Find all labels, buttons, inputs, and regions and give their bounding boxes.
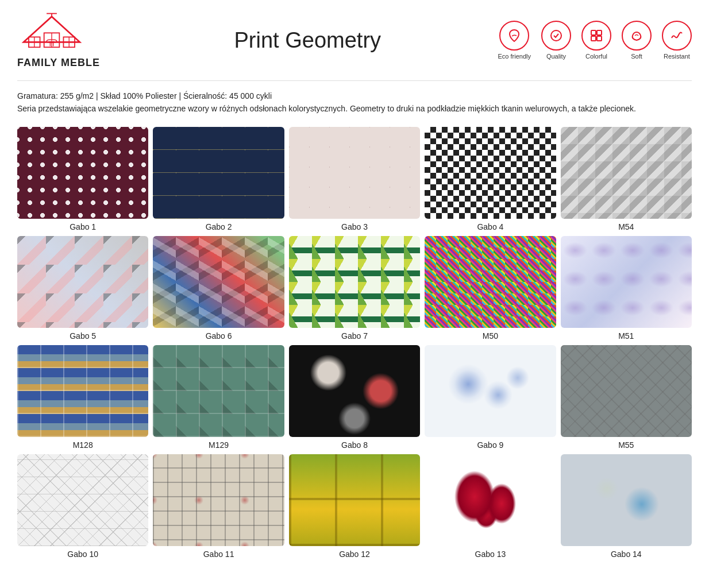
badge-colorful: Colorful: [581, 21, 611, 60]
fabric-swatch-gabo12: [289, 454, 420, 546]
divider: [17, 80, 692, 81]
fabric-swatch-gabo1: [17, 127, 148, 219]
fabric-name-gabo14: Gabo 14: [611, 550, 642, 559]
fabric-grid: Gabo 1Gabo 2Gabo 3Gabo 4M54Gabo 5Gabo 6G…: [17, 127, 692, 559]
fabric-item-m129[interactable]: M129: [153, 345, 284, 450]
fabric-swatch-gabo7: [289, 236, 420, 328]
fabric-item-gabo13[interactable]: Gabo 13: [425, 454, 556, 559]
fabric-item-m54[interactable]: M54: [561, 127, 692, 231]
description-line2: Seria przedstawiająca wszelakie geometry…: [17, 102, 692, 115]
badge-circle-resistant: [662, 21, 692, 51]
badge-quality: Quality: [541, 21, 571, 60]
fabric-name-gabo6: Gabo 6: [206, 331, 232, 341]
svg-rect-18: [597, 36, 602, 41]
badge-soft: Soft: [622, 21, 652, 60]
logo-icon: [17, 11, 86, 60]
fabric-item-gabo4[interactable]: Gabo 4: [425, 127, 556, 231]
badge-label-resistant: Resistant: [664, 53, 690, 60]
badges: Eco friendly Quality: [498, 21, 692, 60]
page-title: Print Geometry: [117, 28, 498, 53]
fabric-swatch-gabo9: [425, 345, 556, 437]
badge-label-eco: Eco friendly: [498, 53, 531, 60]
fabric-name-gabo11: Gabo 11: [203, 550, 234, 559]
fabric-name-gabo5: Gabo 5: [70, 331, 96, 341]
fabric-swatch-m128: [17, 345, 148, 437]
fabric-item-m55[interactable]: M55: [561, 345, 692, 450]
header: FAMILY MEBLE Print Geometry Eco friendly: [17, 11, 692, 69]
fabric-item-gabo8[interactable]: Gabo 8: [289, 345, 420, 450]
fabric-name-gabo8: Gabo 8: [341, 440, 368, 450]
svg-point-14: [551, 30, 561, 41]
badge-resistant: Resistant: [662, 21, 692, 60]
fabric-item-gabo7[interactable]: Gabo 7: [289, 236, 420, 341]
badge-circle-quality: [541, 21, 571, 51]
fabric-name-m51: M51: [618, 331, 634, 341]
fabric-name-gabo1: Gabo 1: [70, 222, 96, 231]
description: Gramatura: 255 g/m2 | Skład 100% Poliest…: [17, 90, 692, 115]
fabric-item-m50[interactable]: M50: [425, 236, 556, 341]
svg-rect-17: [591, 36, 596, 41]
fabric-swatch-gabo6: [153, 236, 284, 328]
fabric-item-gabo1[interactable]: Gabo 1: [17, 127, 148, 231]
fabric-swatch-gabo4: [425, 127, 556, 219]
fabric-name-m55: M55: [618, 440, 634, 450]
fabric-name-m50: M50: [483, 331, 498, 341]
badge-circle-colorful: [581, 21, 611, 51]
page: FAMILY MEBLE Print Geometry Eco friendly: [0, 0, 709, 576]
fabric-swatch-m50: [425, 236, 556, 328]
fabric-name-gabo13: Gabo 13: [475, 550, 506, 559]
fabric-item-gabo11[interactable]: Gabo 11: [153, 454, 284, 559]
badge-eco-friendly: Eco friendly: [498, 21, 531, 60]
fabric-swatch-m129: [153, 345, 284, 437]
fabric-swatch-gabo8: [289, 345, 420, 437]
fabric-item-m128[interactable]: M128: [17, 345, 148, 450]
fabric-item-gabo9[interactable]: Gabo 9: [425, 345, 556, 450]
fabric-item-m51[interactable]: M51: [561, 236, 692, 341]
fabric-name-m128: M128: [73, 440, 93, 450]
fabric-item-gabo10[interactable]: Gabo 10: [17, 454, 148, 559]
fabric-swatch-m54: [561, 127, 692, 219]
svg-rect-15: [591, 30, 596, 35]
fabric-name-gabo4: Gabo 4: [477, 222, 503, 231]
fabric-name-gabo3: Gabo 3: [341, 222, 368, 231]
logo-area: FAMILY MEBLE: [17, 11, 100, 69]
fabric-item-gabo12[interactable]: Gabo 12: [289, 454, 420, 559]
badge-circle-eco: [499, 21, 529, 51]
badge-label-soft: Soft: [631, 53, 642, 60]
logo-text: FAMILY MEBLE: [17, 57, 100, 69]
fabric-swatch-gabo10: [17, 454, 148, 546]
fabric-swatch-gabo5: [17, 236, 148, 328]
fabric-name-gabo12: Gabo 12: [339, 550, 370, 559]
fabric-swatch-m51: [561, 236, 692, 328]
fabric-name-gabo7: Gabo 7: [341, 331, 368, 341]
fabric-name-m54: M54: [618, 222, 634, 231]
description-line1: Gramatura: 255 g/m2 | Skład 100% Poliest…: [17, 90, 692, 102]
badge-label-colorful: Colorful: [585, 53, 607, 60]
fabric-item-gabo5[interactable]: Gabo 5: [17, 236, 148, 341]
fabric-name-gabo10: Gabo 10: [67, 550, 98, 559]
fabric-item-gabo2[interactable]: Gabo 2: [153, 127, 284, 231]
badge-label-quality: Quality: [546, 53, 566, 60]
fabric-swatch-gabo3: [289, 127, 420, 219]
fabric-swatch-m55: [561, 345, 692, 437]
fabric-item-gabo3[interactable]: Gabo 3: [289, 127, 420, 231]
fabric-swatch-gabo13: [425, 454, 556, 546]
fabric-name-gabo2: Gabo 2: [206, 222, 232, 231]
fabric-name-gabo9: Gabo 9: [477, 440, 503, 450]
fabric-swatch-gabo11: [153, 454, 284, 546]
fabric-item-gabo14[interactable]: Gabo 14: [561, 454, 692, 559]
fabric-name-m129: M129: [209, 440, 229, 450]
fabric-item-gabo6[interactable]: Gabo 6: [153, 236, 284, 341]
fabric-swatch-gabo2: [153, 127, 284, 219]
fabric-swatch-gabo14: [561, 454, 692, 546]
badge-circle-soft: [622, 21, 652, 51]
svg-rect-16: [597, 30, 602, 35]
